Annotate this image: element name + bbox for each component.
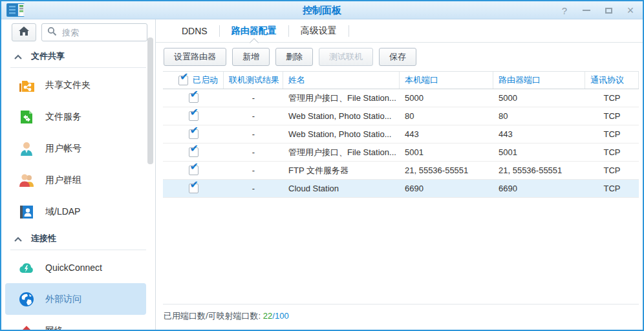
shared-folder-icon bbox=[18, 77, 35, 94]
column-header-3[interactable]: 本机端口 bbox=[400, 72, 493, 89]
column-header-1[interactable]: 联机测试结果 bbox=[224, 72, 283, 89]
window-title: 控制面板 bbox=[1, 5, 643, 17]
enabled-cell[interactable]: ✔ bbox=[163, 125, 224, 143]
sidebar-item-quickconnect[interactable]: QuickConnect bbox=[5, 251, 146, 283]
local-port-cell: 80 bbox=[400, 107, 493, 125]
enabled-cell[interactable]: ✔ bbox=[163, 89, 224, 107]
column-header-label: 通讯协议 bbox=[590, 74, 624, 86]
column-header-label: 联机测试结果 bbox=[229, 74, 279, 86]
checkbox[interactable]: ✔ bbox=[189, 111, 199, 121]
check-icon: ✔ bbox=[190, 162, 199, 172]
toolbar-button-2[interactable]: 删除 bbox=[275, 48, 313, 66]
sidebar-scrollbar[interactable] bbox=[147, 37, 153, 164]
sidebar-item--[interactable]: 用户帐号 bbox=[5, 133, 146, 164]
check-icon: ✔ bbox=[190, 89, 199, 100]
checkbox[interactable]: ✔ bbox=[178, 76, 188, 85]
column-header-5[interactable]: 通讯协议 bbox=[585, 72, 639, 89]
sidebar-item-label: 用户群组 bbox=[45, 175, 81, 186]
test-result-cell: - bbox=[224, 107, 283, 125]
sidebar-section-label: 文件共享 bbox=[31, 50, 65, 62]
sidebar-section-header[interactable]: 连接性 bbox=[1, 228, 146, 248]
port-forwarding-table: ✔已启动联机测试结果姓名本机端口路由器端口通讯协议 ✔-管理用户接口、File … bbox=[163, 71, 639, 198]
table-row[interactable]: ✔-Web Station, Photo Statio...443443TCP bbox=[163, 125, 639, 144]
table-row[interactable]: ✔-Cloud Station66906690TCP bbox=[163, 180, 639, 198]
protocol-cell: TCP bbox=[585, 144, 639, 161]
chevron-up-icon bbox=[14, 233, 22, 244]
column-header-label: 路由器端口 bbox=[499, 74, 541, 86]
checkbox[interactable]: ✔ bbox=[189, 147, 199, 157]
name-cell: 管理用户接口、File Station... bbox=[283, 144, 400, 161]
toolbar-button-0[interactable]: 设置路由器 bbox=[164, 48, 226, 66]
test-result-cell: - bbox=[224, 125, 283, 143]
minimize-icon[interactable] bbox=[581, 5, 592, 16]
checkbox[interactable]: ✔ bbox=[189, 166, 199, 175]
control-panel-window: 控制面板 ? × 文件共享共享文件夹文件服 bbox=[0, 0, 644, 331]
local-port-cell: 5000 bbox=[400, 89, 493, 107]
close-icon[interactable]: × bbox=[625, 5, 636, 16]
router-port-cell: 21, 55536-55551 bbox=[493, 162, 585, 179]
sidebar-item--ldap[interactable]: 域/LDAP bbox=[5, 196, 146, 228]
table-row[interactable]: ✔-管理用户接口、File Station...50015001TCP bbox=[163, 144, 639, 162]
sidebar-nav: 文件共享共享文件夹文件服务用户帐号用户群组域/LDAP连接性QuickConne… bbox=[1, 45, 146, 330]
sidebar-item-label: 用户帐号 bbox=[45, 143, 81, 155]
port-count-label: 已用端口数/可映射端口数: bbox=[164, 311, 261, 321]
sidebar-item--[interactable]: 用户群组 bbox=[5, 164, 146, 196]
total-port-count: 100 bbox=[275, 311, 289, 321]
window-controls: ? × bbox=[559, 1, 636, 19]
test-result-cell: - bbox=[224, 144, 283, 161]
sidebar-item-label: 网络 bbox=[45, 325, 63, 330]
table-row[interactable]: ✔-Web Station, Photo Statio...8080TCP bbox=[163, 107, 639, 125]
domain-ldap-icon bbox=[18, 204, 35, 220]
table-row[interactable]: ✔-管理用户接口、File Station...50005000TCP bbox=[163, 89, 639, 107]
enabled-cell[interactable]: ✔ bbox=[163, 180, 224, 197]
protocol-cell: TCP bbox=[585, 89, 639, 107]
home-button[interactable] bbox=[12, 23, 36, 41]
test-result-cell: - bbox=[224, 180, 283, 197]
toolbar-button-4[interactable]: 保存 bbox=[379, 48, 416, 66]
protocol-cell: TCP bbox=[585, 125, 639, 143]
search-input[interactable] bbox=[61, 27, 142, 38]
table-row[interactable]: ✔-FTP 文件服务器21, 55536-5555121, 55536-5555… bbox=[163, 162, 639, 180]
sidebar-item--[interactable]: 网络 bbox=[5, 315, 146, 330]
toolbar: 设置路由器新增删除测试联机保存 bbox=[164, 48, 416, 66]
name-cell: FTP 文件服务器 bbox=[283, 162, 400, 179]
local-port-cell: 6690 bbox=[400, 180, 493, 197]
check-icon: ✔ bbox=[190, 125, 199, 136]
enabled-cell[interactable]: ✔ bbox=[163, 162, 224, 179]
user-icon bbox=[18, 140, 35, 157]
quickconnect-icon bbox=[18, 259, 35, 276]
tab-bar: DDNS路由器配置高级设置 bbox=[156, 19, 643, 43]
column-header-4[interactable]: 路由器端口 bbox=[493, 72, 585, 89]
sidebar-item-label: 共享文件夹 bbox=[45, 80, 91, 91]
tab-路由器配置[interactable]: 路由器配置 bbox=[220, 25, 288, 37]
sidebar-item--[interactable]: 外部访问 bbox=[5, 283, 146, 315]
toolbar-button-3: 测试联机 bbox=[319, 48, 373, 66]
sidebar: 文件共享共享文件夹文件服务用户帐号用户群组域/LDAP连接性QuickConne… bbox=[1, 19, 155, 330]
local-port-cell: 21, 55536-55551 bbox=[400, 162, 493, 179]
column-header-0[interactable]: ✔已启动 bbox=[163, 72, 224, 89]
search-icon bbox=[47, 27, 57, 39]
main-content: DDNS路由器配置高级设置 设置路由器新增删除测试联机保存 ✔已启动联机测试结果… bbox=[156, 19, 643, 330]
check-icon: ✔ bbox=[190, 180, 199, 190]
enabled-cell[interactable]: ✔ bbox=[163, 144, 224, 161]
help-icon[interactable]: ? bbox=[559, 5, 570, 16]
tab-高级设置[interactable]: 高级设置 bbox=[289, 25, 349, 37]
search-box[interactable] bbox=[41, 23, 147, 41]
column-header-label: 本机端口 bbox=[405, 74, 438, 86]
sidebar-item--[interactable]: 共享文件夹 bbox=[5, 69, 146, 101]
sidebar-item-label: QuickConnect bbox=[45, 262, 102, 273]
toolbar-button-1[interactable]: 新增 bbox=[232, 48, 270, 66]
maximize-icon[interactable] bbox=[603, 5, 614, 16]
section-divider bbox=[10, 250, 146, 250]
column-header-2[interactable]: 姓名 bbox=[283, 72, 400, 89]
sidebar-item-label: 域/LDAP bbox=[45, 206, 80, 218]
checkbox[interactable]: ✔ bbox=[189, 184, 199, 193]
tab-ddns[interactable]: DDNS bbox=[170, 25, 219, 37]
sidebar-section-header[interactable]: 文件共享 bbox=[1, 45, 146, 66]
checkbox[interactable]: ✔ bbox=[189, 129, 199, 139]
checkbox[interactable]: ✔ bbox=[189, 93, 199, 103]
check-icon: ✔ bbox=[180, 72, 188, 82]
enabled-cell[interactable]: ✔ bbox=[163, 107, 224, 125]
section-divider bbox=[10, 67, 146, 68]
sidebar-item--[interactable]: 文件服务 bbox=[5, 101, 146, 133]
